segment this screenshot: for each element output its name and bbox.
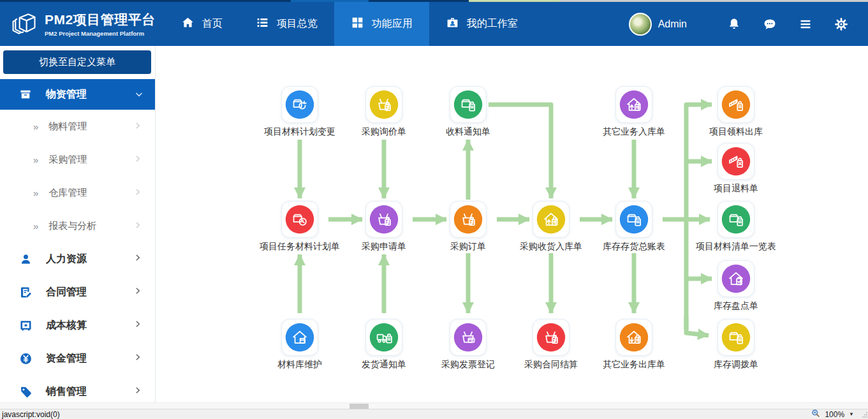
double-chevron-icon: »	[33, 221, 38, 232]
house-box-icon[interactable]	[281, 319, 318, 356]
basket-tag-icon[interactable]	[450, 201, 487, 238]
chevron-right-icon	[133, 154, 142, 165]
resize-grip-icon[interactable]	[862, 411, 868, 418]
box-clock-icon[interactable]	[281, 201, 318, 238]
main-nav: 首页项目总览功能应用我的工作室	[165, 2, 534, 46]
flow-node-label: 其它业务入库单	[580, 126, 688, 138]
horizontal-scrollbar[interactable]	[0, 402, 868, 409]
house-down-icon[interactable]	[615, 319, 652, 356]
sidebar-item-label: 物资管理	[46, 88, 135, 101]
scrollbar-thumb[interactable]	[349, 404, 369, 409]
sidebar-item-tag[interactable]: 销售管理	[0, 375, 155, 402]
rack-x-icon[interactable]	[717, 143, 754, 180]
flow-node-label: 库存调拨单	[682, 359, 790, 371]
box-tag-icon[interactable]	[615, 201, 652, 238]
home-icon	[181, 16, 195, 32]
group-label: 人力资源	[46, 253, 133, 266]
flow-node[interactable]: 库存存货总账表	[580, 201, 688, 253]
double-chevron-icon: »	[33, 154, 38, 165]
rack-tag-icon[interactable]	[717, 86, 754, 123]
flow-node[interactable]: 项目退料单	[682, 143, 790, 195]
subitem-label: 仓库管理	[48, 187, 133, 199]
contract-icon	[19, 286, 33, 299]
avatar[interactable]	[629, 13, 652, 36]
sidebar-item-safe[interactable]: 成本核算	[0, 309, 155, 342]
cube-logo-icon	[10, 9, 38, 40]
svg-text:¥: ¥	[554, 339, 556, 343]
sidebar-subitem[interactable]: »仓库管理	[0, 176, 155, 209]
chevron-right-icon	[133, 320, 142, 331]
app-title: PM2项目管理平台	[45, 11, 156, 29]
tag-icon	[19, 385, 33, 399]
subitem-label: 采购管理	[48, 154, 133, 166]
box-tag-icon[interactable]	[717, 319, 754, 356]
flow-node[interactable]: 其它业务入库单	[580, 86, 688, 138]
box-tag-icon[interactable]	[717, 201, 754, 238]
app-logo: PM2项目管理平台 PM2 Project Management Platfor…	[0, 2, 165, 46]
flow-node-label: 库存盘点单	[682, 300, 790, 312]
nav-label: 我的工作室	[467, 17, 518, 31]
message-icon[interactable]	[752, 17, 788, 31]
group-label: 成本核算	[46, 319, 133, 332]
group-label: 销售管理	[46, 385, 133, 399]
subitem-label: 报表与分析	[48, 220, 133, 232]
nav-item-list[interactable]: 项目总览	[239, 2, 334, 46]
flow-node[interactable]: 其它业务出库单	[580, 319, 688, 371]
sidebar-item-material-management[interactable]: 物资管理	[0, 79, 155, 110]
double-chevron-icon: »	[33, 121, 38, 132]
flow-node-label: 收料通知单	[414, 126, 522, 138]
app-subtitle: PM2 Project Management Platform	[45, 30, 156, 37]
nav-label: 功能应用	[372, 17, 413, 31]
box-tag-icon[interactable]	[450, 86, 487, 123]
flow-node-label: 库存存货总账表	[580, 241, 688, 253]
menu-icon[interactable]	[788, 17, 823, 31]
workspace-icon	[446, 16, 459, 32]
settings-icon[interactable]	[823, 17, 859, 31]
nav-item-grid[interactable]: 功能应用	[334, 2, 429, 46]
chevron-right-icon	[133, 187, 142, 198]
basket-tag-icon[interactable]	[365, 201, 402, 238]
zoom-dropdown-caret[interactable]: ▼	[849, 411, 854, 417]
grid-icon	[351, 16, 364, 32]
yen-icon	[19, 352, 33, 365]
status-bar: javascript:void(0) 100% ▼	[0, 409, 868, 419]
username[interactable]: Admin	[658, 18, 687, 30]
chevron-right-icon	[133, 121, 142, 132]
sidebar-subitem[interactable]: »采购管理	[0, 143, 155, 176]
sidebar-list: »物料管理»采购管理»仓库管理»报表与分析人力资源合同管理成本核算资金管理销售管…	[0, 110, 155, 402]
bell-icon[interactable]	[716, 17, 752, 31]
flow-node[interactable]: 项目材料清单一览表	[682, 201, 790, 253]
flow-node[interactable]: 项目领料出库	[682, 86, 790, 138]
nav-item-home[interactable]: 首页	[165, 2, 239, 46]
sidebar-item-yen[interactable]: 资金管理	[0, 342, 155, 375]
flow-node-label: 项目退料单	[682, 183, 790, 195]
zoom-control[interactable]: 100% ▼	[811, 409, 858, 419]
sidebar-subitem[interactable]: »物料管理	[0, 110, 155, 143]
chevron-right-icon	[133, 253, 142, 265]
app-window: PM2项目管理平台 PM2 Project Management Platfor…	[0, 0, 868, 419]
nav-label: 项目总览	[277, 17, 318, 31]
zoom-level: 100%	[825, 410, 844, 419]
flow-node[interactable]: 库存调拨单	[682, 319, 790, 371]
switch-menu-button[interactable]: 切换至自定义菜单	[3, 50, 151, 74]
nav-label: 首页	[202, 17, 223, 31]
sidebar-item-user[interactable]: 人力资源	[0, 242, 155, 276]
sidebar: 切换至自定义菜单 物资管理 »物料管理»采购管理»仓库管理»报表与分析人力资源合…	[0, 46, 156, 402]
group-label: 合同管理	[46, 286, 133, 299]
header-actions: Admin	[629, 2, 868, 46]
group-label: 资金管理	[46, 352, 133, 365]
box-refresh-icon[interactable]	[281, 86, 318, 123]
user-icon	[19, 253, 33, 266]
basket-yen-icon[interactable]: ¥	[533, 319, 570, 356]
sidebar-subitem[interactable]: »报表与分析	[0, 209, 155, 242]
house-up-icon[interactable]	[533, 201, 570, 238]
house-clip-icon[interactable]	[717, 260, 754, 297]
truck-tag-icon[interactable]	[365, 319, 402, 356]
house-up-icon[interactable]	[615, 86, 652, 123]
basket-tag-icon[interactable]	[365, 86, 402, 123]
flow-node[interactable]: 收料通知单	[414, 86, 522, 138]
flow-node[interactable]: 库存盘点单	[682, 260, 790, 312]
sidebar-item-contract[interactable]: 合同管理	[0, 276, 155, 309]
nav-item-workspace[interactable]: 我的工作室	[429, 2, 534, 46]
basket-card-icon[interactable]	[450, 319, 487, 356]
